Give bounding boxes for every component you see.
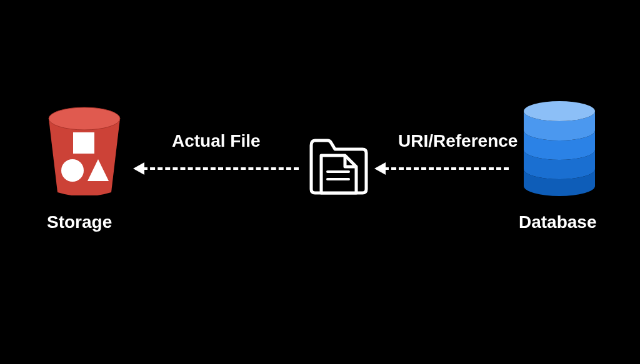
edge-label-actual-file: Actual File xyxy=(172,131,261,151)
bucket-icon xyxy=(44,99,125,195)
folder-file-icon xyxy=(308,134,370,197)
database-node xyxy=(519,99,600,199)
database-icon xyxy=(519,99,600,199)
edge-label-uri-reference: URI/Reference xyxy=(398,131,518,151)
arrowhead-file-to-storage xyxy=(133,162,144,175)
storage-label: Storage xyxy=(47,212,112,232)
architecture-diagram: Actual File URI/Reference Storage Databa… xyxy=(0,0,640,364)
svg-point-0 xyxy=(49,107,120,130)
svg-point-2 xyxy=(61,159,84,182)
file-node xyxy=(308,134,370,197)
arrowhead-db-to-file xyxy=(374,162,386,175)
storage-node xyxy=(44,99,125,195)
svg-point-5 xyxy=(524,101,595,121)
arrow-file-to-storage xyxy=(142,167,299,170)
svg-rect-1 xyxy=(73,132,94,154)
database-label: Database xyxy=(519,212,597,232)
arrow-db-to-file xyxy=(384,167,509,170)
